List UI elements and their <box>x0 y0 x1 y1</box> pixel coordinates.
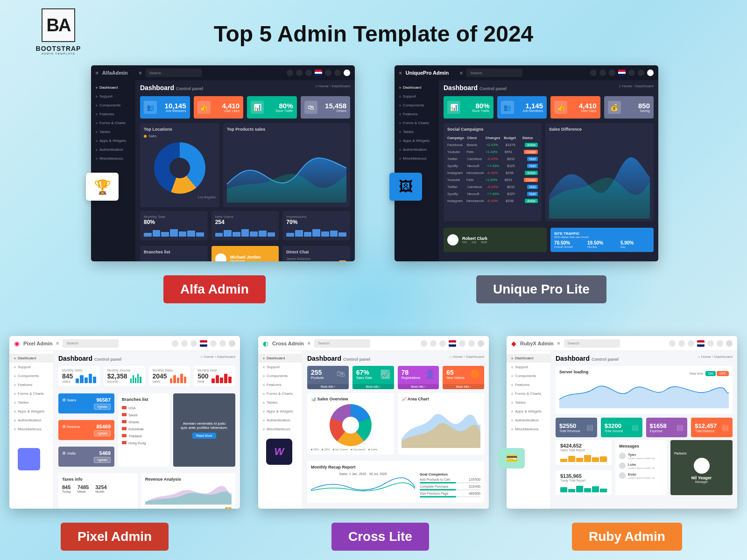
sidebar-item[interactable]: Miscellaneous <box>258 425 302 434</box>
table-row[interactable]: SpotifyNeosoft+7.43%$325Hold <box>447 162 538 169</box>
sidebar-item[interactable]: Tables <box>258 398 302 407</box>
sidebar-item[interactable]: Dashboard <box>507 354 550 363</box>
stat-card[interactable]: 255Products🛍More info › <box>307 366 349 389</box>
sidebar-item[interactable]: Tables <box>9 398 53 407</box>
table-row[interactable]: FacebookBeavis+2.43%$1478Active <box>447 141 538 148</box>
table-row[interactable]: YoutubeFelix+1.65%$951Closed <box>447 176 538 183</box>
avatar[interactable] <box>229 340 235 347</box>
sidebar-item[interactable]: Authentication <box>9 416 53 425</box>
stat-card[interactable]: 👥1,145Join Members <box>497 96 547 119</box>
flag-icon[interactable] <box>315 70 322 76</box>
template-unique[interactable]: ≡ UniquePro Admin ≡ Search DashboardSupp… <box>395 65 658 261</box>
sidebar-item[interactable]: Authentication <box>507 416 550 425</box>
sidebar-item[interactable]: Features <box>395 110 439 119</box>
moon-icon[interactable] <box>669 340 676 347</box>
stat-card[interactable]: $2550Total Revenue▤ <box>556 418 597 437</box>
grid-icon[interactable] <box>707 340 714 347</box>
moon-icon[interactable] <box>172 340 178 347</box>
scroll-top-icon[interactable]: ^ <box>225 507 232 509</box>
sidebar-item[interactable]: Authentication <box>91 145 135 154</box>
bell-icon[interactable] <box>599 70 606 76</box>
stat-card[interactable]: $3200Total Income▤ <box>601 418 642 437</box>
sidebar-item[interactable]: Miscellaneous <box>507 425 550 434</box>
sidebar-item[interactable]: Components <box>507 371 550 380</box>
sidebar-item[interactable]: Apps & Widgets <box>507 407 550 416</box>
sidebar-item[interactable]: Components <box>395 101 439 110</box>
sidebar-item[interactable]: Authentication <box>258 416 302 425</box>
off-button[interactable]: OFF <box>717 371 729 376</box>
avatar[interactable] <box>647 70 654 76</box>
list-item[interactable]: Saudi <box>122 412 166 419</box>
chat-icon[interactable] <box>305 70 312 76</box>
flag-icon[interactable] <box>200 340 207 347</box>
scroll-top-icon[interactable]: ^ <box>339 260 346 261</box>
table-row[interactable]: InstagramHencework-6.43%$258Active <box>447 169 538 176</box>
sidebar-item[interactable]: Dashboard <box>258 354 302 363</box>
chat-icon[interactable] <box>439 340 446 347</box>
list-item[interactable]: Hong Kong <box>122 440 166 447</box>
hamburger-icon[interactable]: ≡ <box>399 70 402 76</box>
stat-card[interactable]: 📊80%Store Traffic <box>444 96 493 119</box>
bell-icon[interactable] <box>678 340 685 347</box>
search-input[interactable]: Search <box>466 69 522 77</box>
avatar[interactable] <box>478 340 484 347</box>
list-item[interactable]: Indonesia <box>122 426 166 433</box>
profile-card[interactable]: Michael JordenDeveloper <box>211 246 279 261</box>
gear-icon[interactable] <box>717 340 723 347</box>
sidebar-item[interactable]: Forms & Charts <box>91 119 135 127</box>
gear-icon[interactable] <box>219 340 226 347</box>
chat-icon[interactable] <box>190 340 197 347</box>
table-row[interactable]: InstagramHencework-6.43%$258Active <box>447 197 538 204</box>
bell-icon[interactable] <box>430 340 437 347</box>
flag-icon[interactable] <box>697 340 705 347</box>
search-input[interactable]: Search <box>564 339 620 348</box>
stat-card[interactable]: 78Registrations👤More info › <box>398 366 439 389</box>
table-row[interactable]: YoutubeFelix+1.43%$951Closed <box>447 148 538 155</box>
sidebar-item[interactable]: Features <box>9 380 53 389</box>
sidebar-item[interactable]: Support <box>91 92 135 101</box>
stat-card[interactable]: 🛍15,458Orders <box>301 96 351 119</box>
sidebar-item[interactable]: Support <box>9 363 53 371</box>
flag-icon[interactable] <box>449 340 456 347</box>
sidebar-item[interactable]: Components <box>91 101 135 110</box>
sidebar-item[interactable]: Components <box>258 371 302 380</box>
hamburger-icon[interactable]: ≡ <box>96 70 99 76</box>
sidebar-item[interactable]: Miscellaneous <box>395 154 439 163</box>
flag-icon[interactable] <box>618 70 626 76</box>
sidebar-item[interactable]: Apps & Widgets <box>395 136 439 145</box>
sidebar-item[interactable]: Features <box>91 110 135 119</box>
sidebar-item[interactable]: Forms & Charts <box>9 389 53 398</box>
grid-icon[interactable] <box>459 340 465 347</box>
expand-icon[interactable] <box>287 70 293 76</box>
sidebar-item[interactable]: Authentication <box>395 145 439 154</box>
bell-icon[interactable] <box>181 340 188 347</box>
sidebar-item[interactable]: Apps & Widgets <box>9 407 53 416</box>
sidebar-item[interactable]: Forms & Charts <box>507 389 550 398</box>
tile-stat[interactable]: ⦿ Returns85469+green <box>58 420 114 440</box>
template-cross[interactable]: ◐ Cross Admin ≡ Search DashboardSupportC… <box>258 336 489 509</box>
moon-icon[interactable] <box>421 340 427 347</box>
sidebar-item[interactable]: Components <box>9 371 53 380</box>
on-button[interactable]: ON <box>705 371 716 376</box>
stat-card[interactable]: $1658Expense▤ <box>646 418 688 437</box>
list-item[interactable]: USA <box>122 405 166 412</box>
stat-card[interactable]: $12,457Total Balance▤ <box>691 418 733 437</box>
gear-icon[interactable] <box>638 70 644 76</box>
sidebar-item[interactable]: Tables <box>507 398 550 407</box>
sidebar-item[interactable]: Apps & Widgets <box>91 136 135 145</box>
sidebar-item[interactable]: Tables <box>395 127 439 136</box>
sidebar-item[interactable]: Dashboard <box>91 83 135 92</box>
stat-card[interactable]: 👥10,145Join Members <box>140 96 190 119</box>
avatar[interactable] <box>726 340 733 347</box>
sidebar-item[interactable]: Features <box>258 380 302 389</box>
sidebar-item[interactable]: Forms & Charts <box>258 389 302 398</box>
expand-icon[interactable] <box>590 70 597 76</box>
sidebar-item[interactable]: Dashboard <box>395 83 439 92</box>
sidebar-item[interactable]: Support <box>395 92 439 101</box>
stat-card[interactable]: 📊80%Store Traffic <box>247 96 297 119</box>
list-item[interactable]: Thailand <box>122 433 166 440</box>
avatar[interactable] <box>344 70 350 76</box>
sidebar-item[interactable]: Features <box>507 380 550 389</box>
template-alfa[interactable]: ≡ AlfaAdmin ≡ Search DashboardSupportCom… <box>91 65 355 261</box>
chat-icon[interactable] <box>609 70 615 76</box>
